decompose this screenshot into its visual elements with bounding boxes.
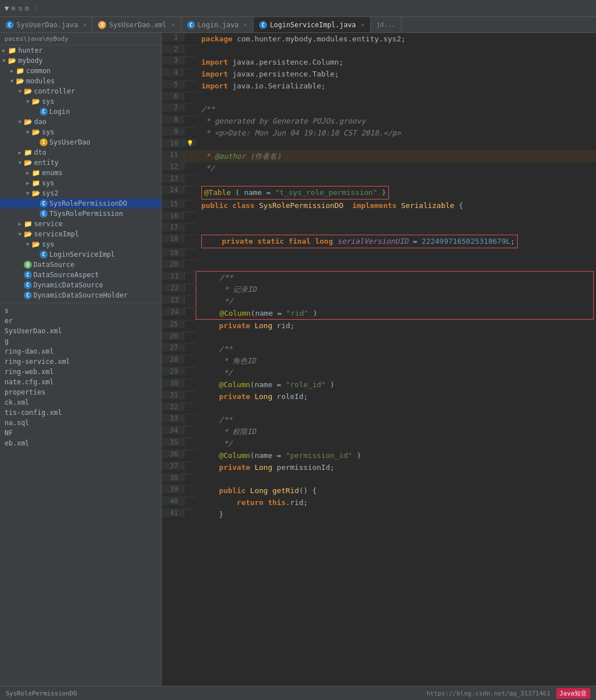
nav-icon-add[interactable]: ⊕: [11, 4, 16, 12]
sidebar-item-service[interactable]: ▶ 📁 service: [0, 219, 161, 229]
sidebar-item-nf[interactable]: NF: [0, 428, 161, 438]
sidebar-item-sysuserdao-xml[interactable]: SysUserDao.xml: [0, 326, 161, 336]
sidebar-item-ring-service[interactable]: ring-service.xml: [0, 357, 161, 367]
arrow-icon: ▼: [16, 160, 24, 166]
sidebar-item-g[interactable]: g: [0, 336, 161, 346]
sidebar-item-controller[interactable]: ▼ 📂 controller: [0, 86, 161, 96]
line-content: public class SysRolePermissionDO impleme…: [196, 200, 596, 211]
line-content: [196, 174, 596, 175]
folder-icon: 📁: [24, 149, 32, 156]
line-content: * 角色ID: [196, 355, 596, 367]
sidebar-item-dao-sys[interactable]: ▼ 📂 sys: [0, 127, 161, 137]
tab-sysuseR-dao-java[interactable]: C SysUserDao.java ✕: [0, 17, 92, 33]
sidebar-item-modules[interactable]: ▼ 📂 modules: [0, 76, 161, 86]
code-line: 33 /**: [162, 414, 596, 426]
file-icon-c: C: [40, 251, 48, 258]
line-gutter: [184, 162, 196, 163]
sidebar-item-properties[interactable]: properties: [0, 387, 161, 397]
tab-bar: C SysUserDao.java ✕ X SysUserDao.xml ✕ C…: [0, 17, 596, 33]
nav-icon-sort[interactable]: ⇅: [18, 4, 23, 12]
sidebar-item-er[interactable]: er: [0, 316, 161, 326]
sidebar-item-serviceimpl-sys[interactable]: ▼ 📂 sys: [0, 239, 161, 249]
sidebar-item-datasource[interactable]: @ DataSource: [0, 260, 161, 270]
sidebar: paces\java\myBody ▶ 📁 hunter ▼ 📂 mybody …: [0, 33, 162, 686]
line-number: 9: [162, 127, 184, 135]
sidebar-item-mybody[interactable]: ▼ 📂 mybody: [0, 56, 161, 66]
tab-extra[interactable]: jd...: [371, 17, 401, 33]
line-content: return this.rid;: [196, 497, 596, 508]
sidebar-item-dto[interactable]: ▶ 📁 dto: [0, 147, 161, 158]
folder-icon: 📂: [24, 87, 32, 95]
code-line: 2: [162, 45, 596, 56]
sidebar-item-na-sql[interactable]: na.sql: [0, 418, 161, 428]
tree-label: DataSource: [33, 261, 74, 269]
line-content: * generated by Generate POJOs.groovy: [196, 115, 596, 127]
tree-label: modules: [26, 77, 55, 85]
tree-label: serviceImpl: [34, 230, 79, 238]
sidebar-item-datasourceaspect[interactable]: C DataSourceAspect: [0, 270, 161, 280]
sidebar-item-s[interactable]: s: [0, 306, 161, 316]
line-number: 28: [162, 355, 184, 363]
line-content: private static final long serialVersionU…: [196, 234, 596, 248]
tab-close[interactable]: ✕: [172, 22, 175, 28]
folder-icon: 📁: [8, 46, 16, 54]
sidebar-item-sysuserdao[interactable]: I SysUserDao: [0, 137, 161, 147]
tab-close[interactable]: ✕: [83, 22, 86, 28]
sidebar-item-dao[interactable]: ▼ 📂 dao: [0, 117, 161, 127]
tab-sysuseR-dao-xml[interactable]: X SysUserDao.xml ✕: [92, 17, 181, 33]
arrow-icon: ▶: [24, 170, 32, 176]
sidebar-item-sysrolepermissiondo[interactable]: C SysRolePermissionDO: [0, 198, 161, 209]
sidebar-item-loginserviceimpl[interactable]: C LoginServiceImpl: [0, 249, 161, 260]
code-line: 36 @Column(name = "permission_id" ): [162, 449, 596, 461]
line-number: 25: [162, 320, 184, 328]
code-line: 8 * generated by Generate POJOs.groovy: [162, 115, 596, 127]
sidebar-item-common[interactable]: ▶ 📁 common: [0, 66, 161, 76]
line-gutter: [184, 355, 196, 356]
tab-close[interactable]: ✕: [244, 22, 247, 28]
sidebar-item-controller-sys[interactable]: ▼ 📂 sys: [0, 96, 161, 107]
sidebar-item-nate-cfg[interactable]: nate.cfg.xml: [0, 377, 161, 387]
line-content: * @author (作者名): [196, 150, 596, 162]
arrow-icon: ▼: [0, 58, 8, 63]
bottom-bar: SysRolePermissionDO https://blog.csdn.ne…: [0, 686, 596, 700]
code-line: 38: [162, 473, 596, 485]
sidebar-item-dynamicdatasourceholder[interactable]: C DynamicDataSourceHolder: [0, 290, 161, 300]
sidebar-item-dynamicdatasource[interactable]: C DynamicDataSource: [0, 280, 161, 290]
folder-icon: 📂: [32, 97, 40, 105]
line-gutter: [184, 485, 196, 486]
tree-label: properties: [0, 388, 45, 396]
code-line: 24 @Column(name = "rid" ): [162, 307, 593, 319]
tab-login-service-impl[interactable]: C LoginServiceImpl.java ✕: [253, 17, 371, 33]
sidebar-item-entity-sys[interactable]: ▶ 📁 sys: [0, 178, 161, 188]
file-icon-c: C: [24, 281, 32, 289]
sidebar-item-hunter[interactable]: ▶ 📁 hunter: [0, 45, 161, 56]
line-number: 16: [162, 211, 184, 220]
line-gutter: [184, 508, 196, 510]
sidebar-item-tsysrolepermission[interactable]: C TSysRolePermission: [0, 209, 161, 219]
line-gutter: [185, 271, 196, 273]
tab-close[interactable]: ✕: [361, 22, 365, 28]
line-content: [196, 139, 596, 139]
tab-login-java[interactable]: C Login.java ✕: [181, 17, 253, 33]
sidebar-item-login[interactable]: C Login: [0, 107, 161, 117]
nav-icon-gear[interactable]: ⚙: [24, 4, 29, 12]
sidebar-path: paces\java\myBody: [0, 33, 161, 45]
line-number: 14: [162, 185, 184, 194]
tree-label: na.sql: [0, 419, 29, 427]
sidebar-item-ck-xml[interactable]: ck.xml: [0, 397, 161, 408]
code-line: 20: [162, 260, 596, 271]
sidebar-item-serviceimpl[interactable]: ▼ 📂 serviceImpl: [0, 229, 161, 239]
code-line: 3 import javax.persistence.Column;: [162, 56, 596, 68]
sidebar-item-eb-xml[interactable]: eb.xml: [0, 438, 161, 448]
code-line: 1 package com.hunter.mybody.modules.enti…: [162, 33, 596, 45]
sidebar-item-sys2[interactable]: ▼ 📂 sys2: [0, 188, 161, 198]
line-number: 1: [162, 33, 184, 41]
tree-label: DynamicDataSourceHolder: [33, 291, 128, 299]
sidebar-item-enums[interactable]: ▶ 📁 enums: [0, 168, 161, 178]
sidebar-item-tis-config[interactable]: tis-config.xml: [0, 408, 161, 418]
sidebar-item-ring-web[interactable]: ring-web.xml: [0, 367, 161, 377]
nav-icon-prev[interactable]: ▼: [5, 4, 9, 12]
sidebar-item-entity[interactable]: ▼ 📂 entity: [0, 158, 161, 168]
main-layout: paces\java\myBody ▶ 📁 hunter ▼ 📂 mybody …: [0, 33, 596, 686]
sidebar-item-ring-dao[interactable]: ring-dao.xml: [0, 346, 161, 357]
